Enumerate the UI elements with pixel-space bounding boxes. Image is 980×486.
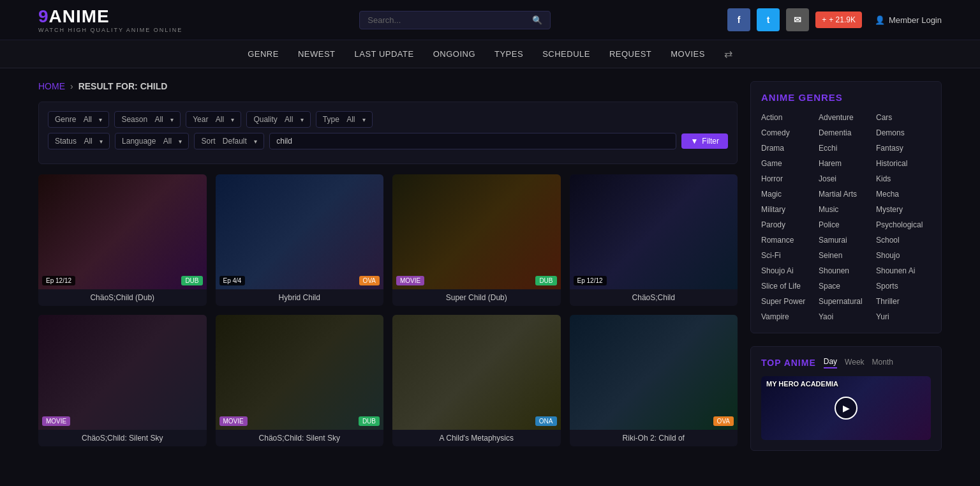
- period-tab-week[interactable]: Week: [845, 358, 864, 368]
- search-input[interactable]: [368, 15, 527, 25]
- genre-link[interactable]: Psychological: [876, 219, 931, 231]
- type-filter[interactable]: Type All ▾: [316, 111, 373, 128]
- genre-link[interactable]: Martial Arts: [819, 188, 873, 200]
- genre-link[interactable]: Military: [761, 204, 816, 215]
- genre-link[interactable]: Action: [761, 112, 816, 123]
- genre-link[interactable]: Space: [819, 280, 873, 292]
- nav-types[interactable]: TYPES: [494, 49, 523, 59]
- search-icon[interactable]: 🔍: [532, 15, 542, 25]
- anime-card-title: A Child's Metaphysics: [392, 430, 561, 446]
- sort-chevron: ▾: [254, 138, 257, 145]
- breadcrumb-home[interactable]: HOME: [38, 81, 65, 91]
- anime-card-image: Ep 4/4OVA: [216, 174, 384, 289]
- type-value: All: [346, 115, 355, 124]
- top-anime-label: MY HERO ACADEMIA: [766, 380, 838, 388]
- status-filter[interactable]: Status All ▾: [48, 133, 110, 149]
- anime-card-image: OVA: [570, 315, 738, 430]
- genre-link[interactable]: Sci-Fi: [761, 250, 816, 261]
- search-bar: 🔍: [359, 11, 551, 29]
- genre-link[interactable]: Demons: [876, 127, 931, 139]
- season-filter[interactable]: Season All ▾: [114, 111, 181, 128]
- nav-request[interactable]: REQUEST: [609, 49, 651, 59]
- notification-button[interactable]: + + 21.9K: [815, 11, 862, 28]
- anime-card[interactable]: MOVIEChäoS;Child: Silent Sky: [38, 315, 207, 446]
- genres-section: ANIME GENRES ActionAdventureCarsComedyDe…: [750, 81, 942, 333]
- language-filter[interactable]: Language All ▾: [115, 133, 189, 149]
- anime-card[interactable]: MOVIEDUBChäoS;Child: Silent Sky: [216, 315, 384, 446]
- genre-link[interactable]: Fantasy: [876, 142, 931, 154]
- genre-link[interactable]: Magic: [761, 188, 816, 200]
- nav-newest[interactable]: NEWEST: [298, 49, 336, 59]
- facebook-button[interactable]: f: [727, 8, 750, 31]
- nav-schedule[interactable]: SCHEDULE: [542, 49, 590, 59]
- main-container: HOME › RESULT FOR: CHILD Genre All ▾ Sea…: [0, 68, 980, 464]
- anime-card[interactable]: ONAA Child's Metaphysics: [392, 315, 561, 446]
- nav-genre[interactable]: GENRE: [248, 49, 279, 59]
- genre-link[interactable]: Comedy: [761, 127, 816, 139]
- anime-card[interactable]: Ep 12/12DUBChäoS;Child (Dub): [38, 174, 207, 306]
- shuffle-icon[interactable]: ⇄: [724, 48, 732, 60]
- anime-card[interactable]: Ep 4/4OVAHybrid Child: [216, 174, 384, 306]
- genre-link[interactable]: Police: [819, 219, 873, 231]
- member-login-button[interactable]: 👤 Member Login: [875, 15, 942, 25]
- genre-link[interactable]: Super Power: [761, 296, 816, 307]
- genre-link[interactable]: Cars: [876, 112, 931, 123]
- filter-button[interactable]: ▼ Filter: [681, 133, 728, 149]
- genre-link[interactable]: Ecchi: [819, 142, 873, 154]
- genre-link[interactable]: Thriller: [876, 296, 931, 307]
- genre-link[interactable]: Drama: [761, 142, 816, 154]
- genre-link[interactable]: Yuri: [876, 311, 931, 323]
- quality-filter[interactable]: Quality All ▾: [246, 111, 310, 128]
- genre-link[interactable]: Sports: [876, 280, 931, 292]
- genre-link[interactable]: Seinen: [819, 250, 873, 261]
- genre-link[interactable]: Yaoi: [819, 311, 873, 323]
- year-filter[interactable]: Year All ▾: [186, 111, 241, 128]
- genre-link[interactable]: Mecha: [876, 188, 931, 200]
- genre-link[interactable]: Harem: [819, 158, 873, 169]
- genre-link[interactable]: Horror: [761, 173, 816, 185]
- anime-card[interactable]: OVARiki-Oh 2: Child of: [570, 315, 738, 446]
- genre-link[interactable]: Romance: [761, 234, 816, 246]
- period-tab-month[interactable]: Month: [872, 358, 893, 368]
- genre-link[interactable]: Historical: [876, 158, 931, 169]
- logo-subtitle: WATCH HIGH QUALITY ANIME ONLINE: [38, 27, 182, 33]
- genre-link[interactable]: Mystery: [876, 204, 931, 215]
- genre-filter[interactable]: Genre All ▾: [48, 111, 109, 128]
- logo-anime: ANIME: [49, 6, 110, 26]
- nav-last-update[interactable]: LAST UPDATE: [355, 49, 414, 59]
- anime-card[interactable]: Ep 12/12ChäoS;Child: [570, 174, 738, 306]
- twitter-button[interactable]: t: [757, 8, 780, 31]
- genre-link[interactable]: Game: [761, 158, 816, 169]
- nav-movies[interactable]: MOVIES: [671, 49, 705, 59]
- genre-link[interactable]: Vampire: [761, 311, 816, 323]
- nav-ongoing[interactable]: ONGOING: [433, 49, 475, 59]
- anime-card[interactable]: MOVIEDUBSuper Child (Dub): [392, 174, 561, 306]
- genre-link[interactable]: Supernatural: [819, 296, 873, 307]
- anime-grid: Ep 12/12DUBChäoS;Child (Dub)Ep 4/4OVAHyb…: [38, 174, 738, 446]
- anime-card-title: ChäoS;Child: [570, 289, 738, 306]
- sort-filter[interactable]: Sort Default ▾: [194, 133, 264, 149]
- breadcrumb-current: RESULT FOR: CHILD: [78, 81, 168, 91]
- quality-label: Quality: [253, 115, 277, 124]
- genre-link[interactable]: Samurai: [819, 234, 873, 246]
- top-anime-card[interactable]: MY HERO ACADEMIA ▶: [761, 376, 931, 440]
- genre-link[interactable]: Slice of Life: [761, 280, 816, 292]
- genre-link[interactable]: Shoujo: [876, 250, 931, 261]
- genre-link[interactable]: Shounen Ai: [876, 265, 931, 277]
- episode-badge: Ep 4/4: [219, 276, 246, 285]
- period-tab-day[interactable]: Day: [824, 357, 837, 368]
- genre-link[interactable]: Music: [819, 204, 873, 215]
- mail-button[interactable]: ✉: [786, 8, 809, 31]
- genre-link[interactable]: Kids: [876, 173, 931, 185]
- genre-link[interactable]: Dementia: [819, 127, 873, 139]
- genre-link[interactable]: Josei: [819, 173, 873, 185]
- genre-link[interactable]: Shounen: [819, 265, 873, 277]
- genre-link[interactable]: Adventure: [819, 112, 873, 123]
- genre-link[interactable]: Parody: [761, 219, 816, 231]
- genre-link[interactable]: Shoujo Ai: [761, 265, 816, 277]
- logo[interactable]: 9ANIME: [38, 6, 110, 27]
- filters-row-2: Status All ▾ Language All ▾ Sort Default…: [48, 133, 728, 149]
- keyword-input[interactable]: [269, 133, 676, 149]
- genre-link[interactable]: School: [876, 234, 931, 246]
- play-button[interactable]: ▶: [835, 397, 858, 420]
